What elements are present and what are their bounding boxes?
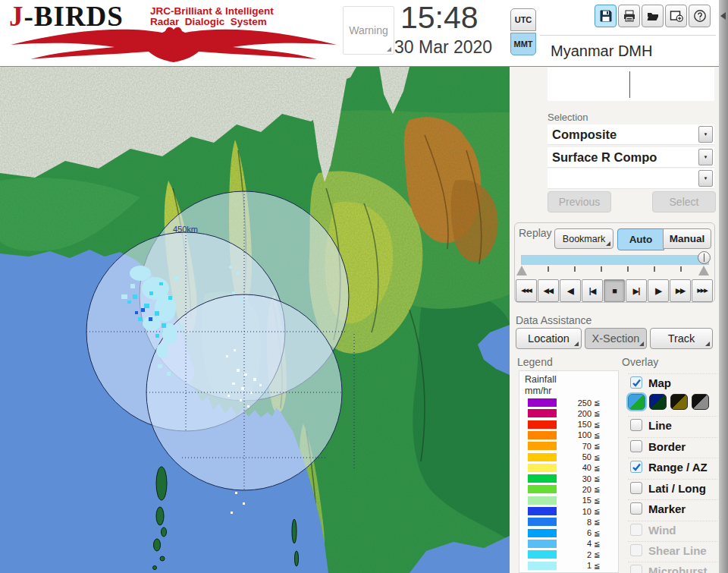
- checkbox[interactable]: [630, 419, 642, 431]
- overlay-item-line[interactable]: Line: [628, 416, 717, 433]
- range-ring-label: 450km: [173, 225, 198, 234]
- product-dropdown-3[interactable]: ▼: [548, 168, 714, 189]
- legend-lte-symbol: ≦: [592, 398, 600, 407]
- panel-splitter[interactable]: [719, 0, 728, 573]
- legend-lte-symbol: ≦: [592, 550, 600, 559]
- map-style-button-2[interactable]: [649, 394, 667, 410]
- fast-rewind-button[interactable]: ◀◀◀: [516, 279, 537, 302]
- overlay-item-lati-long[interactable]: Lati / Long: [628, 479, 717, 496]
- legend-lte-symbol: ≦: [592, 442, 600, 450]
- collapse-arrow-icon: [720, 12, 726, 20]
- slider-end-marker[interactable]: [698, 266, 709, 275]
- product-dropdown-2[interactable]: Surface R Compo ▼: [548, 147, 714, 168]
- query-input[interactable]: [548, 68, 714, 101]
- location-button[interactable]: Location: [516, 328, 582, 349]
- select-button[interactable]: Select: [652, 191, 716, 213]
- overlay-item-border[interactable]: Border: [628, 437, 717, 455]
- map-style-button-4[interactable]: [692, 394, 709, 410]
- legend-lte-symbol: ≦: [592, 431, 600, 439]
- checkbox[interactable]: [630, 482, 642, 494]
- dropdown-1-value: Composite: [548, 128, 698, 142]
- fastest-forward-button[interactable]: ▶▶▶: [692, 279, 713, 302]
- map-style-button-1[interactable]: [628, 394, 645, 410]
- radar-map[interactable]: 450km: [0, 67, 510, 573]
- header-divider: [540, 35, 716, 36]
- play-reverse-button[interactable]: ◀: [560, 279, 581, 302]
- overlay-item-wind[interactable]: Wind: [628, 521, 717, 538]
- bookmark-button[interactable]: Bookmark: [554, 228, 613, 249]
- legend-swatch: [528, 529, 557, 537]
- chevron-down-icon[interactable]: ▼: [698, 149, 713, 165]
- overlay-item-microburst[interactable]: Microburst: [628, 562, 717, 573]
- legend-swatch: [528, 464, 557, 472]
- step-forward-button[interactable]: ▶|: [626, 279, 647, 302]
- legend-row: 1≦: [528, 561, 611, 571]
- slider-start-marker[interactable]: [516, 266, 527, 275]
- rewind-button[interactable]: ◀◀: [538, 279, 559, 302]
- stop-button[interactable]: ■: [604, 279, 625, 302]
- help-button[interactable]: [689, 5, 711, 27]
- legend-swatch: [528, 540, 557, 548]
- legend-value: 50: [557, 452, 592, 461]
- product-dropdown-1[interactable]: Composite ▼: [548, 124, 714, 145]
- capture-icon: [670, 9, 683, 23]
- open-file-button[interactable]: [642, 5, 664, 27]
- warning-label: Warning: [349, 24, 388, 36]
- play-button[interactable]: ▶: [648, 279, 669, 302]
- overlay-item-label: Marker: [642, 502, 686, 515]
- checkbox: [630, 524, 642, 536]
- legend-row: 100≦: [528, 430, 611, 440]
- legend-swatch: [528, 420, 557, 429]
- timezone-mmt-button[interactable]: MMT: [510, 33, 536, 55]
- corner-arrow-icon: [574, 342, 579, 346]
- legend-value: 200: [557, 409, 592, 418]
- corner-arrow-icon: [606, 241, 610, 246]
- chevron-down-icon[interactable]: ▼: [698, 126, 713, 143]
- legend-value: 8: [557, 518, 592, 527]
- station-name: Myanmar DMH: [551, 39, 717, 63]
- track-button[interactable]: Track: [650, 328, 713, 349]
- checkbox[interactable]: [630, 502, 642, 515]
- capture-button[interactable]: [665, 5, 687, 27]
- chevron-down-icon[interactable]: ▼: [698, 170, 713, 187]
- timezone-utc-button[interactable]: UTC: [510, 8, 536, 31]
- manual-mode-button[interactable]: Manual: [663, 228, 711, 249]
- overlay-item-label: Microburst: [642, 565, 708, 573]
- checkbox: [630, 544, 642, 556]
- legend-lte-symbol: ≦: [592, 496, 600, 505]
- replay-slider-track[interactable]: [521, 255, 709, 265]
- save-button[interactable]: [595, 5, 617, 27]
- legend-value: 150: [557, 420, 592, 429]
- warning-button[interactable]: Warning: [343, 6, 394, 55]
- replay-slider-thumb[interactable]: [698, 251, 711, 264]
- fast-forward-button[interactable]: ▶▶: [670, 279, 691, 302]
- legend-swatch: [528, 431, 557, 439]
- help-icon: [693, 9, 707, 23]
- overlay-item-map[interactable]: Map: [628, 373, 717, 391]
- checkbox[interactable]: [630, 440, 642, 452]
- radar-map-canvas: 450km: [0, 67, 510, 573]
- x-section-button[interactable]: X-Section: [585, 328, 647, 349]
- legend-row: 2≦: [528, 549, 611, 559]
- legend-row: 4≦: [528, 539, 611, 549]
- checkbox[interactable]: [630, 461, 642, 473]
- step-back-button[interactable]: |◀: [582, 279, 603, 302]
- legend-value: 40: [557, 463, 592, 472]
- overlay-item-label: Line: [642, 419, 672, 432]
- data-assistance-label: Data Assistance: [516, 314, 592, 326]
- map-style-button-3[interactable]: [670, 394, 688, 410]
- overlay-item-range-az[interactable]: Range / AZ: [628, 458, 717, 475]
- legend-swatch: [528, 562, 557, 570]
- map-style-row: [628, 392, 717, 411]
- slider-tick: [574, 266, 576, 272]
- clock-date: 30 Mar 2020: [394, 37, 516, 58]
- auto-mode-button[interactable]: Auto: [617, 228, 664, 250]
- print-button[interactable]: [618, 5, 640, 27]
- legend-swatch: [528, 507, 557, 515]
- previous-button[interactable]: Previous: [548, 191, 611, 213]
- checkbox[interactable]: [630, 376, 642, 389]
- slider-tick: [654, 266, 655, 272]
- overlay-item-shear-line[interactable]: Shear Line: [628, 541, 717, 559]
- legend-lte-symbol: ≦: [592, 540, 600, 548]
- overlay-item-marker[interactable]: Marker: [628, 499, 717, 517]
